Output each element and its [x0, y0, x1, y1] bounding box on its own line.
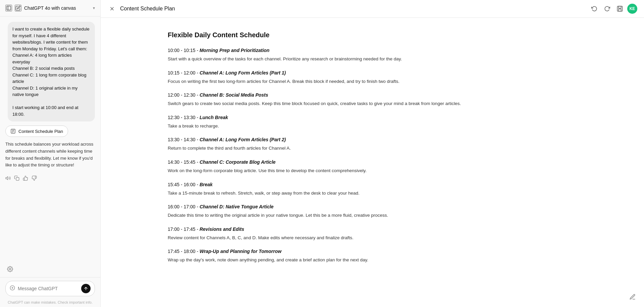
action-bar — [5, 173, 95, 183]
schedule-desc: Focus on writing the first two long-form… — [168, 78, 577, 85]
input-box — [5, 281, 95, 296]
app-title: ChatGPT 4o with canvas — [24, 5, 90, 11]
svg-rect-7 — [16, 177, 19, 181]
send-button[interactable] — [81, 284, 91, 293]
svg-rect-0 — [7, 6, 11, 10]
schedule-desc: Switch gears to create two social media … — [168, 100, 577, 107]
schedule-desc: Return to complete the third and fourth … — [168, 145, 577, 152]
attach-icon[interactable] — [10, 285, 15, 292]
doc-icon — [10, 129, 16, 134]
assistant-response: This schedule balances your workload acr… — [5, 141, 95, 169]
app-title-chevron[interactable]: ▾ — [93, 6, 95, 10]
schedule-block: 14:30 - 15:45 - Channel C: Corporate Blo… — [168, 159, 577, 174]
schedule-desc: Work on the long-form corporate blog art… — [168, 167, 577, 174]
schedule-block: 16:00 - 17:00 - Channel D: Native Tongue… — [168, 203, 577, 219]
chat-messages: I want to create a flexible daily schedu… — [0, 16, 100, 261]
sidebar-toggle-button[interactable] — [5, 5, 12, 11]
schedule-block: 15:45 - 16:00 - BreakTake a 15-minute br… — [168, 181, 577, 197]
sidebar-bottom — [0, 261, 100, 277]
schedule-time-title: 12:00 - 12:30 - Channel B: Social Media … — [168, 92, 577, 99]
canvas-close-button[interactable] — [107, 4, 117, 13]
schedule-time-title: 16:00 - 17:00 - Channel D: Native Tongue… — [168, 203, 577, 210]
copy-button[interactable] — [14, 175, 19, 182]
thumbs-up-button[interactable] — [23, 175, 28, 182]
message-input[interactable] — [18, 286, 78, 291]
schedule-desc: Review content for Channels A, B, C, and… — [168, 234, 577, 242]
disclaimer: ChatGPT can make mistakes. Check importa… — [0, 298, 100, 307]
content-heading: Flexible Daily Content Schedule — [168, 31, 577, 39]
input-area — [0, 277, 100, 298]
schedule-time-title: 17:45 - 18:00 - Wrap-Up and Planning for… — [168, 248, 577, 255]
canvas-content: Flexible Daily Content Schedule 10:00 - … — [101, 18, 644, 307]
toolbar-actions: KE — [589, 3, 637, 14]
schedule-block: 17:45 - 18:00 - Wrap-Up and Planning for… — [168, 248, 577, 264]
schedule-block: 17:00 - 17:45 - Revisions and EditsRevie… — [168, 226, 577, 242]
canvas-doc-button[interactable]: Content Schedule Plan — [5, 125, 68, 137]
schedule-desc: Take a break to recharge. — [168, 122, 577, 130]
schedule-time-title: 14:30 - 15:45 - Channel C: Corporate Blo… — [168, 159, 577, 166]
schedule-desc: Dedicate this time to writing the origin… — [168, 212, 577, 219]
settings-button[interactable] — [5, 264, 15, 274]
avatar: KE — [627, 4, 637, 14]
schedule-block: 10:00 - 10:15 - Morning Prep and Priorit… — [168, 47, 577, 63]
canvas-panel: Content Schedule Plan KE Flexible Daily … — [101, 0, 644, 307]
schedule-time-title: 10:15 - 12:00 - Channel A: Long Form Art… — [168, 69, 577, 76]
schedule-block: 10:15 - 12:00 - Channel A: Long Form Art… — [168, 69, 577, 85]
edit-button[interactable] — [15, 5, 21, 11]
user-message-1: I want to create a flexible daily schedu… — [8, 22, 95, 121]
save-button[interactable] — [614, 3, 625, 14]
schedule-time-title: 13:30 - 14:30 - Channel A: Long Form Art… — [168, 136, 577, 143]
canvas-button-label: Content Schedule Plan — [18, 129, 63, 134]
schedule-time-title: 15:45 - 16:00 - Break — [168, 181, 577, 188]
sidebar: ChatGPT 4o with canvas ▾ I want to creat… — [0, 0, 101, 307]
schedule-block: 12:30 - 13:30 - Lunch BreakTake a break … — [168, 114, 577, 130]
schedule-time-title: 12:30 - 13:30 - Lunch Break — [168, 114, 577, 121]
canvas-bottom-right — [628, 292, 637, 302]
schedule-desc: Start with a quick overview of the tasks… — [168, 55, 577, 63]
undo-button[interactable] — [589, 3, 600, 14]
schedule-block: 12:00 - 12:30 - Channel B: Social Media … — [168, 92, 577, 107]
canvas-toolbar: Content Schedule Plan KE — [101, 0, 644, 18]
schedule-blocks: 10:00 - 10:15 - Morning Prep and Priorit… — [168, 47, 577, 264]
canvas-title: Content Schedule Plan — [120, 6, 586, 12]
svg-rect-15 — [619, 6, 621, 8]
thumbs-down-button[interactable] — [32, 175, 37, 182]
schedule-time-title: 10:00 - 10:15 - Morning Prep and Priorit… — [168, 47, 577, 54]
schedule-desc: Take a 15-minute break to refresh. Stret… — [168, 190, 577, 197]
audio-button[interactable] — [5, 175, 11, 182]
sidebar-header: ChatGPT 4o with canvas ▾ — [0, 0, 100, 16]
schedule-time-title: 17:00 - 17:45 - Revisions and Edits — [168, 226, 577, 233]
redo-button[interactable] — [602, 3, 612, 14]
svg-marker-6 — [6, 177, 8, 180]
schedule-block: 13:30 - 14:30 - Channel A: Long Form Art… — [168, 136, 577, 152]
svg-point-8 — [9, 268, 11, 270]
canvas-edit-icon[interactable] — [628, 292, 637, 302]
svg-rect-16 — [619, 9, 621, 11]
schedule-desc: Wrap up the day's work, note down anythi… — [168, 256, 577, 264]
